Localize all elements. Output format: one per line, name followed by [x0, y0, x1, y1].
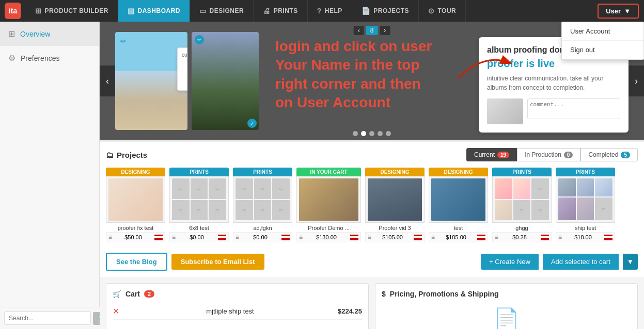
carousel-next-button[interactable]: ›: [629, 65, 644, 96]
revision-textarea[interactable]: [182, 60, 187, 75]
menu-icon[interactable]: ≡: [368, 234, 371, 241]
project-thumbnail[interactable]: [431, 178, 485, 221]
project-thumb-3[interactable]: ▭: [209, 178, 226, 199]
project-thumb-5[interactable]: [577, 198, 594, 220]
project-thumb-5[interactable]: ▭: [513, 200, 531, 221]
cart-remove-button[interactable]: ✕: [113, 306, 119, 316]
project-thumbnail[interactable]: [368, 178, 422, 221]
carousel-dot-2[interactable]: [361, 131, 366, 136]
project-thumb-1[interactable]: ▭: [235, 178, 253, 199]
project-label: DESIGNING: [365, 168, 425, 176]
project-price-row: ≡ $0.00: [233, 232, 292, 242]
cart-item-name: mjtliple ship test: [206, 307, 254, 315]
nav-designer[interactable]: ▭ DESIGNER: [190, 0, 254, 22]
flag-icon: [281, 235, 290, 240]
project-thumb-5[interactable]: ▭: [191, 200, 208, 221]
nav-product-builder[interactable]: ⊞ PRODUCT BUILDER: [26, 0, 118, 22]
project-thumb-3[interactable]: [595, 178, 612, 196]
sidebar-search-area: 🔍 ‹: [0, 307, 100, 329]
sidebar-preferences-label: Preferences: [21, 54, 59, 62]
flag-icon: [604, 235, 612, 240]
carousel-prev-button[interactable]: ‹: [100, 65, 115, 96]
subscribe-button[interactable]: Subscribe to Email List: [171, 254, 264, 270]
menu-icon[interactable]: ≡: [431, 234, 435, 241]
project-card-6x8-test: PRINTS ▭ ▭ ▭ ▭ ▭ ▭ 6x8 test ≡ $0.00: [169, 168, 229, 242]
project-images: [429, 176, 488, 223]
menu-icon[interactable]: ≡: [108, 234, 112, 241]
project-thumb-6[interactable]: ▭: [531, 200, 549, 221]
project-thumb-2[interactable]: [577, 178, 594, 196]
project-thumb-4[interactable]: [495, 200, 512, 221]
project-thumb-2[interactable]: [513, 178, 531, 199]
proofer-bottom-area: [487, 98, 620, 124]
project-thumb-4[interactable]: [558, 198, 576, 220]
project-thumbnail[interactable]: [108, 178, 163, 221]
project-name: Proofer Demo ...: [296, 225, 361, 231]
dashboard-icon: ▤: [128, 7, 135, 15]
add-to-cart-button[interactable]: Add selected to cart: [543, 254, 619, 270]
carousel-dot-5[interactable]: [386, 131, 391, 136]
project-thumb-6[interactable]: ▭: [595, 198, 612, 220]
project-thumb-4[interactable]: ▭: [235, 200, 253, 221]
project-price-row: ≡ $105.00: [365, 232, 425, 242]
nav-dashboard[interactable]: ▤ DASHBOARD: [118, 0, 190, 22]
project-thumb-6[interactable]: ▭: [272, 200, 290, 221]
user-account-option[interactable]: User Account: [562, 22, 643, 41]
tab-completed[interactable]: Completed 5: [580, 148, 638, 161]
carousel-dot-3[interactable]: [369, 131, 374, 136]
tab-current[interactable]: Current 19: [466, 148, 517, 161]
cart-dropdown-button[interactable]: ▼: [623, 254, 638, 270]
project-images: ▭ ▭ ▭: [492, 176, 552, 223]
project-thumb-2[interactable]: ▭: [254, 178, 272, 199]
project-thumb-2[interactable]: ▭: [191, 178, 208, 199]
project-thumbnail[interactable]: [299, 178, 358, 221]
menu-icon[interactable]: ≡: [299, 234, 303, 241]
proofer-comment-textarea[interactable]: [527, 98, 620, 119]
project-images: [296, 176, 361, 223]
project-thumb-3[interactable]: ▭: [531, 178, 549, 199]
pager-next-button[interactable]: ›: [380, 26, 390, 35]
flag-icon: [541, 235, 549, 240]
pricing-panel: $ Pricing, Promotions & Shipping 📄: [375, 283, 638, 329]
project-price: $105.00: [382, 234, 403, 240]
project-price: $18.00: [574, 234, 592, 240]
create-new-button[interactable]: + Create New: [481, 254, 539, 270]
menu-icon[interactable]: ≡: [495, 234, 498, 241]
menu-icon[interactable]: ≡: [172, 234, 176, 241]
see-blog-button[interactable]: See the Blog: [106, 253, 167, 271]
nav-help[interactable]: ? HELP: [308, 0, 352, 22]
project-card-ghgg: PRINTS ▭ ▭ ▭ ghgg ≡ $0.28: [492, 168, 552, 242]
carousel-dot-4[interactable]: [378, 131, 383, 136]
nav-prints[interactable]: 🖨 PRINTS: [254, 0, 308, 22]
project-thumb-6[interactable]: ▭: [209, 200, 226, 221]
project-thumb-1[interactable]: ▭: [172, 178, 190, 199]
sidebar-item-preferences[interactable]: ⚙ Preferences: [0, 46, 99, 70]
main-content: ‹ ‹ 8 › ✏ comment for revision Save Edit: [100, 22, 644, 329]
nav-tour[interactable]: ⊙ TOUR: [419, 0, 466, 22]
sign-out-option[interactable]: Sign out: [562, 41, 643, 59]
user-button[interactable]: User ▼: [598, 4, 639, 19]
tab-in-production[interactable]: In Production 0: [517, 148, 580, 161]
pager-count: 8: [366, 26, 378, 35]
carousel-dots: [353, 131, 391, 136]
revision-label: comment for revision: [182, 52, 187, 58]
product-builder-icon: ⊞: [35, 7, 42, 15]
project-label: IN YOUR CART: [296, 168, 361, 176]
pager-prev-button[interactable]: ‹: [354, 26, 364, 35]
project-name: ad,fgkn: [233, 225, 292, 231]
carousel-dot-1[interactable]: [353, 131, 358, 136]
project-thumb-1[interactable]: [558, 178, 576, 196]
project-name: test: [429, 225, 488, 231]
project-thumb-5[interactable]: ▭: [254, 200, 272, 221]
project-thumb-1[interactable]: [495, 178, 512, 199]
project-thumb-3[interactable]: ▭: [272, 178, 290, 199]
sidebar-item-overview[interactable]: ⊞ Overview: [0, 22, 99, 46]
menu-icon[interactable]: ≡: [558, 234, 562, 241]
search-input[interactable]: [4, 311, 91, 325]
project-label: DESIGNING: [106, 168, 165, 176]
project-label: DESIGNING: [429, 168, 488, 176]
nav-projects[interactable]: 📄 PROJECTS: [352, 0, 419, 22]
project-thumb-4[interactable]: ▭: [172, 200, 190, 221]
menu-icon[interactable]: ≡: [235, 234, 239, 241]
app-logo[interactable]: ita: [0, 0, 26, 22]
